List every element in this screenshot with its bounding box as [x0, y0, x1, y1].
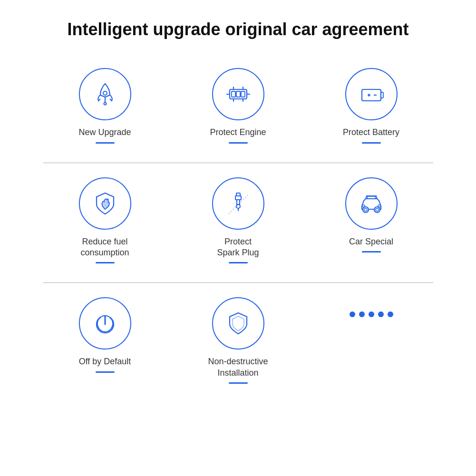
svg-rect-5 — [241, 91, 245, 97]
new-upgrade-label: New Upgrade — [78, 127, 131, 138]
protect-spark-underline — [229, 262, 248, 263]
feature-protect-spark: Protect Spark Plug — [172, 173, 305, 271]
off-default-icon — [79, 297, 131, 350]
feature-row-1: New Upgrade Protect Engine — [0, 63, 476, 150]
feature-off-default: Off by Default — [39, 292, 172, 391]
feature-non-destructive: Non-destructive Installation — [172, 292, 305, 391]
feature-protect-battery: Protect Battery — [305, 63, 438, 150]
protect-spark-label: Protect Spark Plug — [217, 236, 259, 259]
feature-row-3: Off by Default Non-destructive Installat… — [0, 292, 476, 391]
svg-rect-13 — [381, 92, 383, 98]
feature-reduce-fuel: Reduce fuel consumption — [39, 173, 172, 271]
dots-row — [350, 297, 393, 317]
svg-point-22 — [363, 207, 369, 213]
protect-battery-underline — [362, 142, 381, 144]
dot-4 — [378, 311, 384, 317]
svg-point-24 — [374, 207, 380, 213]
non-destructive-icon — [212, 297, 264, 350]
non-destructive-label: Non-destructive Installation — [208, 356, 268, 379]
svg-rect-18 — [235, 196, 241, 200]
protect-spark-icon — [212, 177, 264, 230]
svg-point-1 — [104, 103, 106, 105]
svg-rect-4 — [236, 91, 240, 97]
protect-battery-icon — [345, 68, 398, 120]
dot-5 — [388, 311, 393, 317]
svg-rect-2 — [230, 89, 247, 99]
svg-point-19 — [236, 204, 240, 208]
protect-engine-icon — [212, 68, 264, 120]
dot-3 — [369, 311, 374, 317]
non-destructive-underline — [229, 382, 248, 384]
divider-2 — [43, 282, 433, 283]
car-special-label: Car Special — [349, 236, 393, 247]
svg-point-0 — [103, 91, 107, 95]
feature-row-2: Reduce fuel consumption Protect Spark Pl… — [0, 173, 476, 271]
dot-2 — [359, 311, 365, 317]
car-special-underline — [362, 251, 381, 253]
page-title: Intelligent upgrade original car agreeme… — [48, 19, 427, 39]
off-default-label: Off by Default — [79, 356, 131, 367]
divider-1 — [43, 163, 433, 163]
protect-engine-label: Protect Engine — [210, 127, 266, 138]
reduce-fuel-icon — [79, 177, 131, 230]
protect-engine-underline — [229, 142, 248, 144]
protect-battery-label: Protect Battery — [343, 127, 399, 138]
new-upgrade-icon — [79, 68, 131, 120]
reduce-fuel-underline — [96, 262, 115, 263]
svg-rect-3 — [232, 91, 235, 97]
feature-protect-engine: Protect Engine — [172, 63, 305, 150]
car-special-icon — [345, 177, 398, 230]
new-upgrade-underline — [96, 142, 115, 144]
feature-new-upgrade: New Upgrade — [39, 63, 172, 150]
more-features-dots — [305, 292, 438, 391]
dot-1 — [350, 311, 355, 317]
feature-car-special: Car Special — [305, 173, 438, 271]
reduce-fuel-label: Reduce fuel consumption — [80, 236, 129, 259]
off-default-underline — [96, 371, 115, 373]
svg-rect-12 — [362, 89, 381, 101]
